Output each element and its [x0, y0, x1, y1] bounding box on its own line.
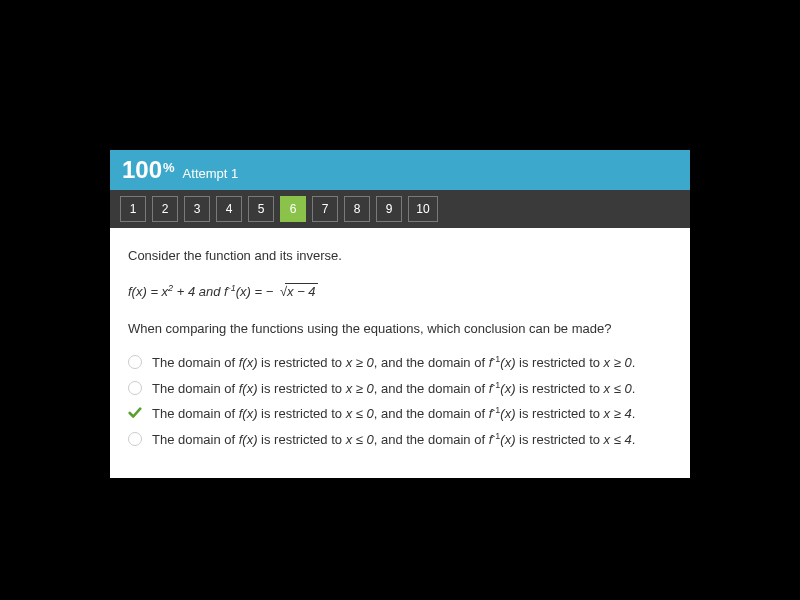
radio-icon — [128, 355, 142, 369]
sqrt-body: x − 4 — [285, 283, 318, 299]
radio-icon — [128, 432, 142, 446]
equation: f(x) = x2 + 4 and f-1(x) = − x − 4 — [128, 282, 672, 302]
option-row[interactable]: The domain of f(x) is restricted to x ≥ … — [128, 353, 672, 373]
nav-item-2[interactable]: 2 — [152, 196, 178, 222]
nav-item-4[interactable]: 4 — [216, 196, 242, 222]
nav-item-8[interactable]: 8 — [344, 196, 370, 222]
question-content: Consider the function and its inverse. f… — [110, 228, 690, 478]
option-text: The domain of f(x) is restricted to x ≥ … — [152, 353, 635, 373]
option-row[interactable]: The domain of f(x) is restricted to x ≤ … — [128, 404, 672, 424]
quiz-panel: 100 % Attempt 1 12345678910 Consider the… — [110, 150, 690, 478]
nav-item-5[interactable]: 5 — [248, 196, 274, 222]
eq-part: f(x) = x — [128, 284, 168, 299]
nav-item-6[interactable]: 6 — [280, 196, 306, 222]
percent-sign: % — [163, 160, 175, 175]
eq-sup: -1 — [228, 283, 236, 293]
option-row[interactable]: The domain of f(x) is restricted to x ≤ … — [128, 430, 672, 450]
score-header: 100 % Attempt 1 — [110, 150, 690, 190]
nav-item-9[interactable]: 9 — [376, 196, 402, 222]
attempt-label: Attempt 1 — [183, 166, 239, 181]
eq-part: + 4 and f — [173, 284, 228, 299]
score-value: 100 — [122, 156, 162, 184]
nav-item-7[interactable]: 7 — [312, 196, 338, 222]
question-text: When comparing the functions using the e… — [128, 319, 672, 339]
eq-part: (x) = − — [236, 284, 277, 299]
nav-item-1[interactable]: 1 — [120, 196, 146, 222]
question-nav: 12345678910 — [110, 190, 690, 228]
prompt-text: Consider the function and its inverse. — [128, 246, 672, 266]
nav-item-10[interactable]: 10 — [408, 196, 438, 222]
options-list: The domain of f(x) is restricted to x ≥ … — [128, 353, 672, 450]
option-row[interactable]: The domain of f(x) is restricted to x ≥ … — [128, 379, 672, 399]
check-icon — [128, 406, 142, 420]
sqrt-icon: x − 4 — [277, 282, 318, 302]
nav-item-3[interactable]: 3 — [184, 196, 210, 222]
option-text: The domain of f(x) is restricted to x ≤ … — [152, 404, 635, 424]
option-text: The domain of f(x) is restricted to x ≥ … — [152, 379, 635, 399]
radio-icon — [128, 381, 142, 395]
option-text: The domain of f(x) is restricted to x ≤ … — [152, 430, 635, 450]
